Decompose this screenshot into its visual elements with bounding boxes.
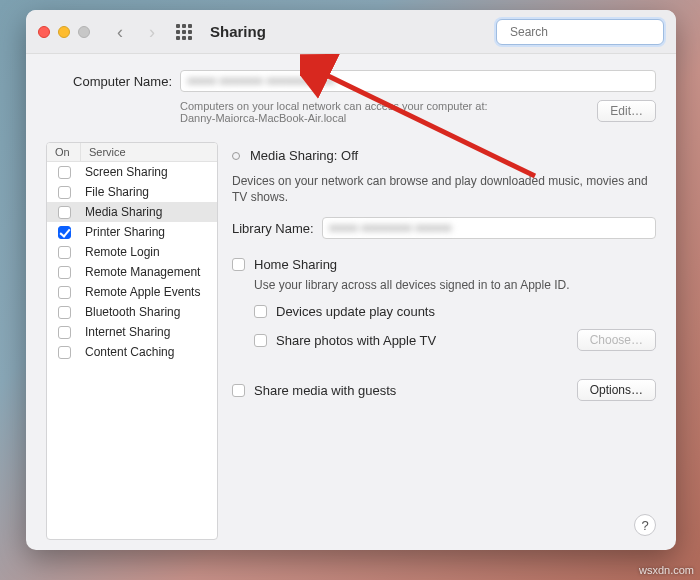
service-label: Remote Apple Events [81, 285, 217, 299]
service-label: Printer Sharing [81, 225, 217, 239]
service-row[interactable]: Content Caching [47, 342, 217, 362]
service-row[interactable]: File Sharing [47, 182, 217, 202]
service-row[interactable]: Remote Login [47, 242, 217, 262]
service-desc: Devices on your network can browse and p… [232, 173, 656, 205]
service-row[interactable]: Remote Apple Events [47, 282, 217, 302]
computer-name-field[interactable]: ■■■■ ■■■■■■ ■■■■■■■ ■■ [180, 70, 656, 92]
service-row[interactable]: Internet Sharing [47, 322, 217, 342]
service-label: Media Sharing [81, 205, 217, 219]
share-guests-label: Share media with guests [254, 383, 396, 398]
service-status: Media Sharing: Off [250, 148, 358, 163]
home-sharing-label: Home Sharing [254, 257, 337, 272]
share-photos-label: Share photos with Apple TV [276, 333, 436, 348]
col-service: Service [81, 143, 217, 161]
pane-body: Computer Name: ■■■■ ■■■■■■ ■■■■■■■ ■■ Co… [26, 54, 676, 550]
play-counts-label: Devices update play counts [276, 304, 435, 319]
share-guests-checkbox[interactable] [232, 384, 245, 397]
show-all-button[interactable] [172, 20, 196, 44]
computer-name-sub: Computers on your local network can acce… [180, 100, 656, 124]
minimize-icon[interactable] [58, 26, 70, 38]
library-name-field[interactable]: ■■■■ ■■■■■■■ ■■■■■ [322, 217, 656, 239]
search-field[interactable] [496, 19, 664, 45]
forward-button: › [140, 20, 164, 44]
back-button[interactable]: ‹ [108, 20, 132, 44]
service-label: Content Caching [81, 345, 217, 359]
home-sharing-checkbox[interactable] [232, 258, 245, 271]
grid-icon [176, 24, 192, 40]
edit-button[interactable]: Edit… [597, 100, 656, 122]
service-row[interactable]: Remote Management [47, 262, 217, 282]
service-row[interactable]: Screen Sharing [47, 162, 217, 182]
col-on: On [47, 143, 81, 161]
service-checkbox[interactable] [58, 206, 71, 219]
close-icon[interactable] [38, 26, 50, 38]
window-title: Sharing [210, 23, 266, 40]
service-label: Bluetooth Sharing [81, 305, 217, 319]
service-label: Internet Sharing [81, 325, 217, 339]
service-checkbox[interactable] [58, 246, 71, 259]
computer-name-value: ■■■■ ■■■■■■ ■■■■■■■ ■■ [181, 71, 655, 91]
options-button[interactable]: Options… [577, 379, 656, 401]
prefs-window: ‹ › Sharing Computer Name: ■■■■ ■■■■■■ ■… [26, 10, 676, 550]
choose-button: Choose… [577, 329, 656, 351]
service-row[interactable]: Printer Sharing [47, 222, 217, 242]
library-name-label: Library Name: [232, 221, 314, 236]
computer-name-row: Computer Name: ■■■■ ■■■■■■ ■■■■■■■ ■■ [46, 70, 656, 92]
service-label: Screen Sharing [81, 165, 217, 179]
service-checkbox[interactable] [58, 166, 71, 179]
service-checkbox[interactable] [58, 266, 71, 279]
service-checkbox[interactable] [58, 286, 71, 299]
search-input[interactable] [508, 24, 662, 40]
service-checkbox[interactable] [58, 346, 71, 359]
status-indicator-icon [232, 152, 240, 160]
service-label: Remote Login [81, 245, 217, 259]
share-photos-checkbox[interactable] [254, 334, 267, 347]
service-checkbox[interactable] [58, 186, 71, 199]
service-label: File Sharing [81, 185, 217, 199]
titlebar: ‹ › Sharing [26, 10, 676, 54]
service-checkbox[interactable] [58, 226, 71, 239]
service-checkbox[interactable] [58, 306, 71, 319]
service-label: Remote Management [81, 265, 217, 279]
detail-pane: Media Sharing: Off Devices on your netwo… [232, 142, 656, 540]
service-checkbox[interactable] [58, 326, 71, 339]
computer-name-subtext-1: Computers on your local network can acce… [180, 100, 488, 112]
play-counts-checkbox[interactable] [254, 305, 267, 318]
watermark: wsxdn.com [639, 564, 694, 576]
zoom-icon [78, 26, 90, 38]
services-header: On Service [47, 143, 217, 162]
help-button[interactable]: ? [634, 514, 656, 536]
service-row[interactable]: Media Sharing [47, 202, 217, 222]
home-sharing-desc: Use your library across all devices sign… [254, 278, 656, 292]
computer-name-subtext-2: Danny-Maiorca-MacBook-Air.local [180, 112, 346, 124]
library-name-value: ■■■■ ■■■■■■■ ■■■■■ [323, 218, 655, 238]
window-controls [38, 26, 90, 38]
computer-name-label: Computer Name: [46, 74, 172, 89]
services-table: On Service Screen SharingFile SharingMed… [46, 142, 218, 540]
service-row[interactable]: Bluetooth Sharing [47, 302, 217, 322]
